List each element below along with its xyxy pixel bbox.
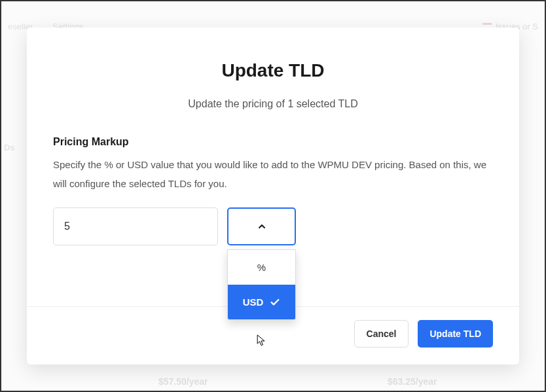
- markup-inputs-row: % USD: [53, 207, 493, 245]
- pricing-markup-help: Specify the % or USD value that you woul…: [53, 156, 493, 193]
- markup-unit-select: % USD: [227, 207, 296, 245]
- unit-option-usd-label: USD: [243, 296, 264, 308]
- modal-title: Update TLD: [53, 60, 493, 81]
- markup-unit-dropdown: % USD: [227, 249, 296, 320]
- check-icon: [270, 297, 280, 308]
- chevron-up-icon: [257, 221, 267, 232]
- modal-body: Pricing Markup Specify the % or USD valu…: [27, 116, 519, 306]
- unit-option-usd[interactable]: USD: [228, 285, 295, 319]
- markup-unit-toggle[interactable]: [227, 207, 296, 245]
- unit-option-percent[interactable]: %: [228, 250, 295, 285]
- modal-subtitle: Update the pricing of 1 selected TLD: [53, 98, 493, 110]
- update-tld-button[interactable]: Update TLD: [418, 320, 493, 347]
- unit-option-percent-label: %: [257, 262, 266, 273]
- modal-header: Update TLD Update the pricing of 1 selec…: [27, 27, 519, 116]
- markup-value-input[interactable]: [53, 207, 218, 245]
- pricing-markup-label: Pricing Markup: [53, 136, 493, 148]
- cancel-button[interactable]: Cancel: [354, 320, 409, 347]
- update-tld-modal: Update TLD Update the pricing of 1 selec…: [27, 27, 519, 365]
